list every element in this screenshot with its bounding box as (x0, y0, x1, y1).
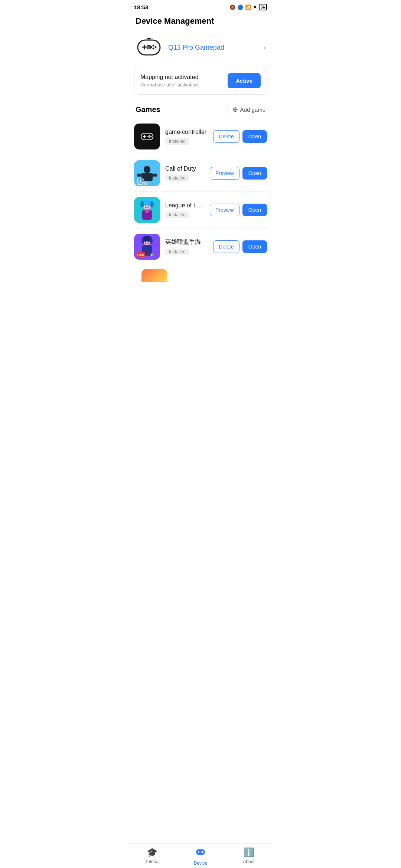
svg-text:1周年: 1周年 (137, 254, 144, 256)
svg-point-3 (153, 45, 154, 47)
open-button-2[interactable]: Open (242, 204, 267, 216)
device-row[interactable]: Q13 Pro Gamepad › (128, 31, 273, 67)
game-name: Call of Duty (165, 165, 205, 172)
svg-point-43 (148, 241, 150, 243)
bluetooth-icon: 🔵 (237, 4, 243, 10)
svg-rect-21 (144, 166, 150, 173)
game-name: League of Leg… (165, 202, 205, 209)
svg-point-33 (150, 201, 154, 208)
divider (228, 105, 228, 114)
game-thumb-cod: DUTY (134, 160, 160, 186)
status-bar: 18:53 🔕 🔵 📶 ✕ 56 (128, 0, 273, 13)
game-status: Installed (165, 249, 189, 255)
svg-point-16 (149, 135, 150, 137)
add-game-label: Add game (240, 106, 265, 113)
partial-item (134, 265, 267, 286)
game-item: game-controller Installed Delete Open (134, 118, 267, 155)
svg-rect-36 (142, 210, 152, 220)
game-item: DUTY Call of Duty Installed Preview Open (134, 155, 267, 192)
svg-text:✦: ✦ (150, 252, 154, 258)
game-item: 1周年 ✦ 英雄联盟手游 Installed Delete Open (134, 228, 267, 265)
svg-point-18 (149, 137, 150, 138)
game-thumb-gamecontroller (134, 124, 160, 149)
activation-subtitle: Normal use after activation (140, 82, 199, 88)
preview-button-1[interactable]: Preview (210, 167, 239, 180)
svg-rect-24 (151, 174, 157, 177)
battery-indicator: 56 (259, 4, 267, 10)
open-button-0[interactable]: Open (242, 130, 267, 143)
games-section-title: Games (136, 105, 223, 114)
game-name: 英雄联盟手游 (165, 238, 208, 246)
game-name: game-controller (165, 129, 208, 135)
delete-button-3[interactable]: Delete (213, 240, 239, 253)
svg-point-4 (155, 46, 157, 48)
wifi-icon: 📶 (245, 4, 251, 10)
add-circle-icon: ⊕ (232, 105, 238, 114)
device-name: Q13 Pro Gamepad (168, 44, 257, 52)
open-button-1[interactable]: Open (242, 167, 267, 180)
game-thumb-lolm: 1周年 ✦ (134, 234, 160, 260)
mute-icon: 🔕 (229, 4, 235, 10)
activation-banner: Mapping not activated Normal use after a… (134, 67, 267, 95)
svg-point-40 (141, 238, 144, 244)
game-item: League of Leg… Installed Preview Open (134, 192, 267, 228)
status-time: 18:53 (134, 4, 148, 10)
active-button[interactable]: Active (228, 73, 261, 88)
page-title: Device Management (128, 13, 273, 31)
cod-app-icon: DUTY (134, 160, 160, 186)
svg-point-19 (147, 136, 149, 137)
svg-rect-23 (137, 174, 143, 177)
game-status: Installed (165, 211, 189, 218)
partial-thumb (141, 269, 167, 282)
lol-app-icon (134, 197, 160, 223)
svg-point-34 (145, 205, 146, 206)
preview-button-2[interactable]: Preview (210, 204, 239, 216)
games-header: Games ⊕ Add game (128, 102, 273, 118)
game-thumb-lol (134, 197, 160, 223)
svg-point-17 (150, 136, 152, 137)
svg-point-41 (150, 238, 153, 244)
game-status: Installed (165, 175, 189, 181)
delete-button-0[interactable]: Delete (213, 130, 239, 143)
gamecontroller-app-icon (139, 128, 155, 145)
activation-title: Mapping not activated (140, 74, 199, 80)
gamepad-icon (136, 35, 162, 60)
game-status: Installed (165, 138, 189, 145)
chevron-right-icon: › (263, 44, 265, 52)
svg-point-6 (153, 48, 154, 50)
x-icon: ✕ (253, 4, 257, 10)
open-button-3[interactable]: Open (242, 240, 267, 253)
svg-point-42 (145, 241, 147, 243)
add-game-button[interactable]: ⊕ Add game (232, 105, 265, 114)
game-list: game-controller Installed Delete Open (128, 118, 273, 302)
svg-point-35 (148, 205, 149, 206)
status-icons: 🔕 🔵 📶 ✕ 56 (229, 4, 267, 10)
svg-point-32 (140, 201, 144, 208)
device-icon-wrap (136, 34, 162, 61)
lolm-app-icon: 1周年 ✦ (134, 234, 160, 260)
